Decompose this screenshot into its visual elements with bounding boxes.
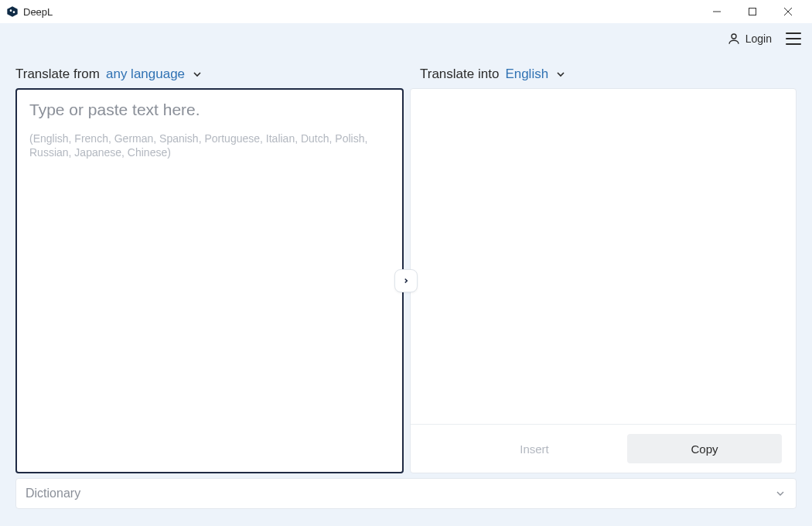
- chevron-down-icon: [554, 68, 567, 80]
- window-titlebar: DeepL: [0, 0, 812, 23]
- menu-button[interactable]: [786, 32, 801, 45]
- dictionary-toggle[interactable]: Dictionary: [15, 478, 797, 509]
- main-content: Translate from any language Translate in…: [0, 54, 812, 509]
- source-label-prefix: Translate from: [15, 67, 100, 82]
- topbar: Login: [0, 23, 812, 54]
- dictionary-label: Dictionary: [26, 487, 80, 500]
- window-minimize-button[interactable]: [699, 0, 735, 23]
- svg-rect-4: [749, 9, 756, 15]
- source-language-selector[interactable]: Translate from any language: [15, 67, 406, 82]
- svg-point-1: [10, 9, 12, 12]
- target-actions: Insert Copy: [411, 425, 796, 473]
- source-language: any language: [106, 67, 185, 82]
- target-label-prefix: Translate into: [420, 67, 499, 82]
- login-label: Login: [745, 32, 772, 45]
- app-logo-icon: [6, 5, 19, 18]
- source-placeholder: Type or paste text here.: [29, 101, 390, 119]
- target-text-area: [411, 89, 796, 425]
- target-language-selector[interactable]: Translate into English: [406, 67, 797, 82]
- insert-label: Insert: [520, 442, 549, 456]
- app-body: Login Translate from any language Transl…: [0, 23, 812, 526]
- app-title: DeepL: [23, 6, 53, 18]
- language-selector-row: Translate from any language Translate in…: [15, 54, 797, 88]
- swap-languages-button[interactable]: [394, 269, 418, 292]
- svg-point-2: [13, 11, 15, 13]
- source-text-pane[interactable]: Type or paste text here. (English, Frenc…: [15, 88, 404, 473]
- translation-panes: Type or paste text here. (English, Frenc…: [15, 88, 797, 473]
- copy-button[interactable]: Copy: [627, 434, 782, 463]
- source-hint: (English, French, German, Spanish, Portu…: [29, 132, 370, 159]
- insert-button: Insert: [457, 434, 612, 463]
- chevron-right-icon: [402, 277, 410, 285]
- chevron-down-icon: [774, 487, 786, 500]
- svg-point-7: [732, 34, 736, 39]
- source-text-inner: Type or paste text here. (English, Frenc…: [17, 90, 402, 170]
- window-controls: [699, 0, 806, 23]
- window-close-button[interactable]: [770, 0, 806, 23]
- window-maximize-button[interactable]: [735, 0, 770, 23]
- titlebar-left: DeepL: [6, 5, 53, 18]
- copy-label: Copy: [691, 442, 718, 456]
- user-icon: [727, 32, 741, 46]
- svg-marker-0: [7, 6, 17, 16]
- chevron-down-icon: [191, 68, 203, 80]
- target-text-pane: Insert Copy: [410, 88, 797, 473]
- login-button[interactable]: Login: [727, 32, 772, 46]
- target-language: English: [505, 67, 548, 82]
